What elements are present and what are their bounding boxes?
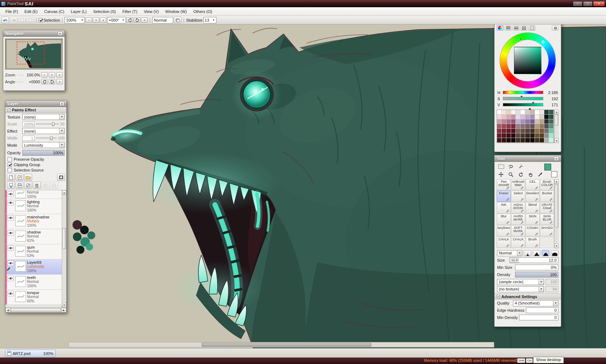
saturation-value-square[interactable]: [514, 47, 541, 74]
layer-row[interactable]: shadow Normal 61%: [5, 229, 62, 244]
zoom-input[interactable]: 100% ▼: [65, 17, 85, 23]
visibility-toggle[interactable]: [8, 200, 14, 205]
layer-extra-button[interactable]: [41, 182, 49, 189]
tool-cell[interactable]: SOFT MARK: [511, 225, 525, 236]
brush-tip-concave-button[interactable]: [524, 250, 531, 256]
brush-tip-linear-button[interactable]: [533, 250, 540, 256]
color-swatch[interactable]: [511, 133, 516, 138]
color-swatch[interactable]: [540, 110, 544, 115]
color-swatch[interactable]: [502, 138, 506, 143]
color-swatch[interactable]: [497, 129, 502, 133]
color-swatch[interactable]: [540, 138, 544, 143]
color-swatch[interactable]: [540, 133, 544, 138]
nav-zoom-out-button[interactable]: −: [41, 72, 48, 77]
brush-shape-strength[interactable]: 100: [545, 279, 558, 285]
slider-marker-icon[interactable]: [528, 106, 531, 110]
visibility-toggle[interactable]: [8, 215, 14, 221]
close-button[interactable]: ×: [593, 1, 605, 6]
clear-layer-button[interactable]: [24, 182, 32, 189]
color-swatch[interactable]: [535, 133, 540, 138]
layer-row[interactable]: teeth Normal 100%: [5, 275, 62, 290]
navigator-thumbnail[interactable]: [5, 39, 63, 70]
tool-cell[interactable]: AirBrush Main: [511, 179, 525, 190]
tool-cell[interactable]: AISHA DOOD: [511, 202, 525, 213]
tool-cell[interactable]: Pen smooth: [497, 179, 511, 190]
color-wheel[interactable]: [500, 32, 556, 89]
color-swatch[interactable]: [540, 129, 544, 133]
edge-hardness-slider[interactable]: 0: [526, 307, 558, 313]
value-slider[interactable]: [503, 103, 543, 106]
foreground-color-swatch[interactable]: [544, 164, 551, 170]
color-swatch[interactable]: [530, 124, 535, 129]
color-swatch[interactable]: [530, 119, 535, 124]
menu-item[interactable]: Others (O): [190, 7, 215, 15]
color-swatch[interactable]: [535, 138, 540, 143]
color-swatch[interactable]: [497, 138, 502, 143]
menu-item[interactable]: Window (W): [162, 7, 190, 15]
color-swatch[interactable]: [506, 124, 511, 129]
checkbox-icon[interactable]: [8, 163, 12, 167]
color-swatch[interactable]: [516, 133, 521, 138]
color-swatch[interactable]: [516, 124, 521, 129]
transfer-down-button[interactable]: [7, 182, 15, 189]
scroll-down-icon[interactable]: ▼: [554, 244, 559, 248]
color-swatch[interactable]: [502, 133, 506, 138]
color-swatch[interactable]: [497, 115, 502, 119]
menu-item[interactable]: Filter (T): [119, 7, 141, 15]
color-swatch[interactable]: [525, 129, 530, 133]
rotate-cw-button[interactable]: [134, 17, 140, 23]
zoom-tool[interactable]: [506, 171, 515, 178]
swatches-tab[interactable]: [521, 25, 527, 31]
zoom-reset-button[interactable]: ▪: [100, 17, 106, 23]
swatch-scrollbar[interactable]: ▲ ▼: [554, 110, 559, 143]
color-swatch[interactable]: [544, 129, 549, 133]
tool-cell[interactable]: Blur: [497, 214, 511, 225]
paints-effect-header[interactable]: Paints Effect: [5, 107, 66, 113]
color-swatch[interactable]: [502, 119, 506, 124]
layer-panel-header[interactable]: Layer ×: [5, 101, 66, 107]
scrollbar-thumb[interactable]: [11, 308, 61, 312]
scroll-down-icon[interactable]: ▼: [554, 138, 559, 143]
delete-layer-button[interactable]: [33, 182, 41, 189]
layer-mode-dropdown[interactable]: Luminosity ▼: [22, 142, 65, 148]
color-swatch[interactable]: [525, 124, 530, 129]
tool-cell[interactable]: COLWA: [526, 225, 540, 236]
nav-rotate-cw-button[interactable]: [49, 79, 55, 84]
scroll-up-icon[interactable]: ▲: [554, 179, 559, 184]
color-swatch[interactable]: [525, 138, 530, 143]
tool-cell[interactable]: CHALK: [497, 237, 511, 248]
color-swatch[interactable]: [506, 110, 511, 115]
layer-row[interactable]: Layer69 Luminosity 100%: [5, 259, 62, 275]
color-swatch[interactable]: [506, 133, 511, 138]
color-swatch[interactable]: [525, 133, 530, 138]
color-swatch[interactable]: [497, 110, 502, 115]
brush-blend-dropdown[interactable]: Normal ▼: [497, 250, 522, 256]
color-swatch[interactable]: [549, 115, 554, 119]
color-swatch[interactable]: [521, 129, 525, 133]
rgb-slider-tab[interactable]: [505, 25, 511, 31]
quality-dropdown[interactable]: 4 (Smoothest) ▼: [513, 300, 558, 306]
undo-button[interactable]: [1, 17, 9, 23]
paint-mode-dropdown[interactable]: Normal: [152, 17, 173, 23]
tool-cell[interactable]: [540, 237, 554, 248]
tool-cell[interactable]: INK: [497, 202, 511, 213]
color-swatch[interactable]: [544, 124, 549, 129]
visibility-toggle[interactable]: [8, 191, 14, 197]
visibility-toggle[interactable]: [8, 261, 14, 266]
eyedropper-tool[interactable]: [536, 171, 544, 178]
layer-thumbnail[interactable]: [15, 190, 26, 198]
scroll-right-icon[interactable]: ▶: [61, 308, 66, 312]
tool-cell[interactable]: Eraser: [497, 191, 511, 202]
rotate-reset-button[interactable]: ▪: [141, 17, 148, 23]
brush-shape-dropdown[interactable]: (simple circle) ▼: [497, 279, 544, 285]
stabilizer-dropdown[interactable]: 13 ▼: [203, 17, 216, 23]
new-layer-button[interactable]: [7, 174, 15, 181]
color-swatch[interactable]: [549, 119, 554, 124]
rotate-ccw-button[interactable]: [127, 17, 133, 23]
brush-texture-strength[interactable]: 94: [545, 286, 558, 292]
tool-cell[interactable]: CHALK: [511, 237, 525, 248]
effect-dropdown[interactable]: (none) ▼: [22, 128, 65, 134]
tool-cell[interactable]: CEL: [526, 179, 540, 190]
color-swatch[interactable]: [525, 115, 530, 119]
color-swatch[interactable]: [497, 119, 502, 124]
